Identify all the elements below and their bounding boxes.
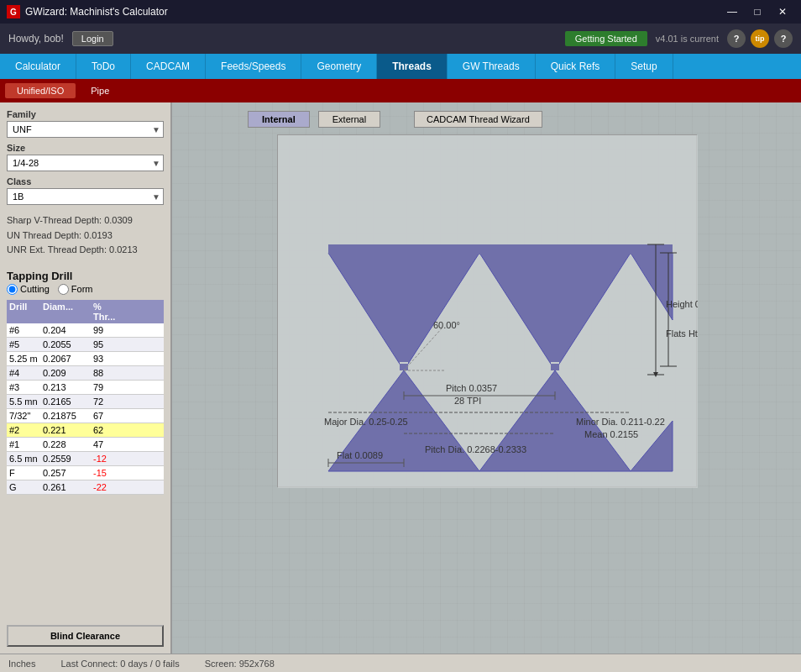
diam-cell: 0.2559 bbox=[40, 452, 91, 465]
titlebar: G GWizard: Machinist's Calculator — □ ✕ bbox=[0, 0, 801, 24]
svg-rect-6 bbox=[328, 244, 673, 255]
tab-todo[interactable]: ToDo bbox=[76, 54, 131, 79]
drill-cell: #1 bbox=[7, 438, 40, 451]
getting-started-button[interactable]: Getting Started bbox=[565, 31, 647, 46]
login-button[interactable]: Login bbox=[72, 31, 113, 46]
last-connect-text: Last Connect: 0 days / 0 fails bbox=[60, 659, 179, 669]
svg-text:Flats Ht 0.1193: Flats Ht 0.1193 bbox=[666, 328, 698, 339]
drill-cell: F bbox=[7, 466, 40, 480]
svg-text:Minor Dia. 0.211-0.22: Minor Dia. 0.211-0.22 bbox=[576, 417, 665, 427]
thread-svg: Height 0.0309 Flats Ht 0.1193 60.00° Pit… bbox=[278, 135, 698, 488]
version-text: v4.01 is current bbox=[656, 34, 719, 44]
drill-cell: 6.5 mn bbox=[7, 452, 40, 465]
drill-table-row[interactable]: 5.5 mn 0.2165 72 bbox=[7, 395, 164, 409]
greeting-text: Howdy, bob! bbox=[8, 33, 64, 45]
svg-text:Flat 0.0089: Flat 0.0089 bbox=[337, 450, 383, 460]
form-radio-label[interactable]: Form bbox=[58, 284, 93, 295]
tip-icon[interactable]: tip bbox=[751, 29, 769, 48]
size-section: Size 1/4-281/4-205/16-183/8-16 ▼ bbox=[7, 143, 164, 171]
drill-table-row[interactable]: F 0.257 -15 bbox=[7, 466, 164, 480]
class-dropdown[interactable]: 1B2B3B bbox=[7, 188, 164, 205]
drill-table-row[interactable]: 6.5 mn 0.2559 -12 bbox=[7, 452, 164, 466]
drill-table-body[interactable]: #6 0.204 99 #5 0.2055 95 5.25 m 0.2067 9… bbox=[7, 323, 164, 617]
svg-text:Height 0.0309: Height 0.0309 bbox=[666, 299, 698, 309]
diam-cell: 0.2165 bbox=[40, 395, 91, 408]
class-label: Class bbox=[7, 176, 164, 186]
pct-cell: 93 bbox=[91, 352, 128, 365]
col-drill-header: Drill bbox=[7, 300, 40, 323]
diam-cell: 0.257 bbox=[40, 466, 91, 480]
family-section: Family UNFUNCUNEFMetric ▼ bbox=[7, 109, 164, 138]
minimize-button[interactable]: — bbox=[720, 3, 744, 20]
table-header: Drill Diam... % Thr... bbox=[7, 300, 164, 323]
internal-button[interactable]: Internal bbox=[248, 111, 310, 128]
drill-cell: #6 bbox=[7, 323, 40, 337]
drill-table-row[interactable]: #6 0.204 99 bbox=[7, 323, 164, 338]
size-dropdown[interactable]: 1/4-281/4-205/16-183/8-16 bbox=[7, 155, 164, 171]
drill-cell: G bbox=[7, 480, 40, 494]
class-dropdown-wrap: 1B2B3B ▼ bbox=[7, 188, 164, 205]
pct-cell: 47 bbox=[91, 438, 128, 451]
tab-setup[interactable]: Setup bbox=[615, 54, 673, 79]
drill-table-row[interactable]: G 0.261 -22 bbox=[7, 480, 164, 495]
diam-cell: 0.228 bbox=[40, 438, 91, 451]
cadcam-thread-wizard-button[interactable]: CADCAM Thread Wizard bbox=[414, 111, 542, 128]
subtab-pipe[interactable]: Pipe bbox=[79, 83, 121, 98]
family-label: Family bbox=[7, 109, 164, 119]
tab-feeds-speeds[interactable]: Feeds/Speeds bbox=[206, 54, 301, 79]
drill-table-row[interactable]: #4 0.209 88 bbox=[7, 366, 164, 381]
close-button[interactable]: ✕ bbox=[771, 3, 794, 20]
question-icon[interactable]: ? bbox=[774, 29, 793, 48]
tapping-drill-section: Tapping Drill Cutting Form bbox=[7, 266, 164, 295]
diam-cell: 0.261 bbox=[40, 480, 91, 494]
svg-text:G: G bbox=[10, 8, 17, 17]
family-dropdown-wrap: UNFUNCUNEFMetric ▼ bbox=[7, 121, 164, 138]
svg-text:Mean 0.2155: Mean 0.2155 bbox=[584, 429, 638, 439]
diam-cell: 0.2067 bbox=[40, 352, 91, 365]
drill-table-row[interactable]: 5.25 m 0.2067 93 bbox=[7, 352, 164, 366]
sub-tabs: Unified/ISO Pipe bbox=[0, 79, 801, 102]
pct-cell: 79 bbox=[91, 381, 128, 394]
drill-table-row[interactable]: #3 0.213 79 bbox=[7, 381, 164, 395]
header: Howdy, bob! Login Getting Started v4.01 … bbox=[0, 24, 801, 54]
diagram-controls: Internal External CADCAM Thread Wizard bbox=[248, 111, 542, 128]
tab-gw-threads[interactable]: GW Threads bbox=[448, 54, 536, 79]
form-radio[interactable] bbox=[58, 284, 69, 295]
tab-quick-refs[interactable]: Quick Refs bbox=[536, 54, 616, 79]
svg-text:Major Dia. 0.25-0.25: Major Dia. 0.25-0.25 bbox=[324, 417, 408, 427]
tapping-drill-title: Tapping Drill bbox=[7, 270, 164, 282]
cutting-radio[interactable] bbox=[7, 284, 18, 295]
cutting-radio-label[interactable]: Cutting bbox=[7, 284, 50, 295]
help-globe-icon[interactable]: ? bbox=[727, 29, 746, 48]
diam-cell: 0.209 bbox=[40, 366, 91, 380]
pct-cell: -15 bbox=[91, 466, 128, 480]
drill-table-row[interactable]: #2 0.221 62 bbox=[7, 423, 164, 438]
form-label: Form bbox=[71, 284, 93, 294]
class-section: Class 1B2B3B ▼ bbox=[7, 176, 164, 205]
family-dropdown[interactable]: UNFUNCUNEFMetric bbox=[7, 121, 164, 138]
tab-cadcam[interactable]: CADCAM bbox=[131, 54, 206, 79]
tab-calculator[interactable]: Calculator bbox=[0, 54, 76, 79]
drill-type-radio-group: Cutting Form bbox=[7, 284, 164, 295]
col-scroll-placeholder bbox=[128, 300, 141, 323]
maximize-button[interactable]: □ bbox=[746, 3, 769, 20]
pct-cell: 72 bbox=[91, 395, 128, 408]
drill-table-row[interactable]: #1 0.228 47 bbox=[7, 438, 164, 452]
nav-tabs: Calculator ToDo CADCAM Feeds/Speeds Geom… bbox=[0, 54, 801, 79]
pct-cell: -12 bbox=[91, 452, 128, 465]
units-text: Inches bbox=[8, 659, 35, 669]
statusbar: Inches Last Connect: 0 days / 0 fails Sc… bbox=[0, 654, 801, 672]
drill-table-row[interactable]: 7/32" 0.21875 67 bbox=[7, 409, 164, 423]
drill-table-row[interactable]: #5 0.2055 95 bbox=[7, 338, 164, 352]
svg-text:28 TPI: 28 TPI bbox=[454, 396, 481, 406]
subtab-unified-iso[interactable]: Unified/ISO bbox=[5, 83, 76, 98]
drill-cell: #2 bbox=[7, 423, 40, 437]
diam-cell: 0.2055 bbox=[40, 338, 91, 351]
sharp-v-depth: Sharp V-Thread Depth: 0.0309 bbox=[7, 213, 164, 228]
window-controls: — □ ✕ bbox=[720, 3, 794, 20]
external-button[interactable]: External bbox=[318, 111, 380, 128]
blind-clearance-button[interactable]: Blind Clearance bbox=[7, 625, 164, 647]
tab-threads[interactable]: Threads bbox=[377, 54, 448, 79]
size-dropdown-wrap: 1/4-281/4-205/16-183/8-16 ▼ bbox=[7, 155, 164, 171]
tab-geometry[interactable]: Geometry bbox=[301, 54, 377, 79]
